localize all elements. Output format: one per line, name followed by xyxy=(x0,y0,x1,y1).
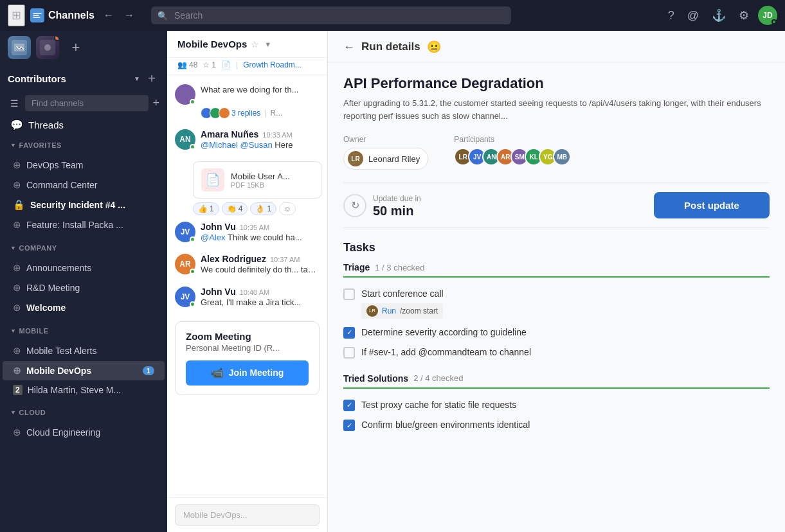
back-button[interactable]: ← xyxy=(343,40,355,54)
message-time: 10:37 AM xyxy=(270,256,300,263)
topbar: ⊞ Channels ← → 🔍 ? @ ⚓ ⚙ JD xyxy=(0,0,785,31)
message-time: 10:40 AM xyxy=(240,288,269,296)
reaction-count: 1 xyxy=(267,204,271,213)
growth-link[interactable]: Growth Roadm... xyxy=(243,60,302,69)
task-checkbox-checked[interactable]: ✓ xyxy=(343,420,355,431)
participant-avatar: MB xyxy=(553,148,571,166)
add-channel-button[interactable]: + xyxy=(144,71,159,86)
file-name: Mobile User A... xyxy=(231,172,313,181)
topbar-actions: ? @ ⚓ ⚙ JD xyxy=(664,6,777,25)
favorites-chevron-icon: ▼ xyxy=(10,142,16,148)
stars-number: 1 xyxy=(212,60,216,69)
grid-icon[interactable]: ⊞ xyxy=(8,4,25,26)
channel-star-icon[interactable]: ☆ xyxy=(251,39,259,49)
globe-icon: ⊕ xyxy=(13,159,21,171)
favorites-section-header[interactable]: ▼ FAVORITES xyxy=(0,136,167,151)
sidebar-item-cloud-engineering[interactable]: ⊕ Cloud Engineering xyxy=(3,423,165,442)
message-row: JV John Vu 10:40 AM Great, I'll make a J… xyxy=(175,287,320,308)
file-icon: 📄 xyxy=(201,168,224,191)
globe-icon: ⊕ xyxy=(13,282,21,294)
task-checkbox-checked[interactable]: ✓ xyxy=(343,327,355,339)
sidebar-item-mobile-test-alerts[interactable]: ⊕ Mobile Test Alerts xyxy=(3,341,165,360)
back-nav-button[interactable]: ← xyxy=(100,7,118,24)
reaction-count: 4 xyxy=(239,204,243,213)
help-icon[interactable]: ? xyxy=(664,6,678,25)
avatar[interactable]: JD xyxy=(758,6,777,25)
message-group: AR Alex Rodriguez 10:37 AM We could defi… xyxy=(167,250,327,282)
find-channels-input[interactable] xyxy=(25,95,149,111)
bookmark-icon[interactable]: ⚓ xyxy=(708,6,730,25)
owner-chip: LR Leonard Riley xyxy=(343,148,428,170)
threads-item[interactable]: 💬 Threads xyxy=(0,114,167,136)
search-input[interactable] xyxy=(151,6,511,24)
mobile-section-header[interactable]: ▼ MOBILE xyxy=(0,322,167,337)
task-checkbox-checked[interactable]: ✓ xyxy=(343,400,355,411)
forward-nav-button[interactable]: → xyxy=(120,7,138,24)
members-count: 👥 48 xyxy=(177,60,197,69)
sidebar-item-welcome[interactable]: ⊕ Welcome xyxy=(3,298,165,317)
main-layout: + Contributors ▼ + ☰ + 💬 Threads ▼ FAVOR… xyxy=(0,31,785,532)
cloud-label: CLOUD xyxy=(19,409,46,416)
add-channel-small-button[interactable]: + xyxy=(152,96,159,110)
replies-link[interactable]: 3 replies xyxy=(231,109,260,118)
sidebar: + Contributors ▼ + ☰ + 💬 Threads ▼ FAVOR… xyxy=(0,31,167,532)
reaction-ok[interactable]: 👌 1 xyxy=(250,202,276,215)
task-checkbox[interactable] xyxy=(343,347,355,359)
workspace-icon-2[interactable] xyxy=(36,36,59,59)
channel-meta: 👥 48 ☆ 1 📄 | Growth Roadm... xyxy=(167,58,327,75)
sidebar-item-command-center[interactable]: ⊕ Command Center xyxy=(3,175,165,195)
message-text: What are we doing for th... xyxy=(201,84,320,96)
search-bar: 🔍 xyxy=(151,6,511,24)
favorites-section: ⊕ DevOps Team ⊕ Command Center 🔒 Securit… xyxy=(0,151,167,239)
post-update-button[interactable]: Post update xyxy=(654,192,770,218)
search-icon: 🔍 xyxy=(158,11,168,21)
sidebar-item-feature-install[interactable]: ⊕ Feature: Install Packa ... xyxy=(3,215,165,235)
sidebar-item-devops-team[interactable]: ⊕ DevOps Team xyxy=(3,155,165,175)
reaction-clap[interactable]: 👏 4 xyxy=(222,202,248,215)
settings-icon[interactable]: ⚙ xyxy=(735,6,753,25)
sidebar-item-rd-meeting[interactable]: ⊕ R&D Meeting xyxy=(3,278,165,297)
channel-panel: Mobile DevOps ☆ ▼ 👥 48 ☆ 1 📄 | Growth Ro… xyxy=(167,31,328,532)
company-section-header[interactable]: ▼ COMPANY xyxy=(0,239,167,254)
sidebar-item-mobile-devops[interactable]: ⊕ Mobile DevOps 1 xyxy=(3,361,165,380)
message-row: AN Amara Nuñes 10:33 AM @Michael @Susan … xyxy=(175,129,320,151)
sidebar-item-label: Announcements xyxy=(26,263,91,273)
tried-solutions-group-header: Tried Solutions 2 / 4 checked xyxy=(343,373,770,389)
task-checkbox[interactable] xyxy=(343,288,355,300)
tried-solutions-count: 2 / 4 checked xyxy=(413,373,463,383)
task-label: Start conference call xyxy=(361,288,444,301)
run-chip[interactable]: LR Run /zoom start xyxy=(361,303,443,319)
filter-icon[interactable]: ☰ xyxy=(8,96,21,111)
file-card[interactable]: 📄 Mobile User A... PDF 15KB xyxy=(193,161,321,199)
sidebar-item-hilda-martin[interactable]: 2 Hilda Martin, Steve M... xyxy=(3,381,165,399)
mention-icon[interactable]: @ xyxy=(683,6,703,25)
sidebar-item-security-incident[interactable]: 🔒 Security Incident #4 ... xyxy=(3,195,165,215)
triage-count: 1 / 3 checked xyxy=(375,263,424,272)
timer-icon: ↻ xyxy=(343,194,366,217)
message-content: Alex Rodriguez 10:37 AM We could definit… xyxy=(201,254,320,276)
join-meeting-button[interactable]: 📹 Join Meeting xyxy=(186,360,309,386)
message-input[interactable] xyxy=(175,504,320,526)
channel-dropdown-icon[interactable]: ▼ xyxy=(264,40,271,48)
task-item: If #sev-1, add @commandteam to channel xyxy=(343,342,770,363)
update-timer: ↻ Update due in 50 min xyxy=(343,192,421,218)
reactions-row: 👍 1 👏 4 👌 1 ☺ xyxy=(193,202,327,215)
app-name: Channels xyxy=(48,10,95,21)
update-row: ↻ Update due in 50 min Post update xyxy=(343,182,770,228)
sidebar-toolbar: ☰ + xyxy=(0,93,167,114)
channels-icon xyxy=(30,8,44,22)
message-time: 10:33 AM xyxy=(262,131,292,139)
cloud-section-header[interactable]: ▼ CLOUD xyxy=(0,403,167,418)
add-reaction-button[interactable]: ☺ xyxy=(279,202,296,215)
task-item: Start conference call LR Run /zoom start xyxy=(343,284,770,323)
mention: @Alex xyxy=(201,233,226,242)
add-workspace-button[interactable]: + xyxy=(64,36,87,59)
workspace-icon-1[interactable] xyxy=(8,36,31,59)
globe-icon: ⊕ xyxy=(13,427,21,438)
message-header: Alex Rodriguez 10:37 AM xyxy=(201,254,320,264)
avatar: AN xyxy=(175,129,195,150)
sidebar-item-announcements[interactable]: ⊕ Announcements xyxy=(3,258,165,278)
ws-icon-image-1 xyxy=(12,40,27,55)
reaction-thumbsup[interactable]: 👍 1 xyxy=(193,202,219,215)
ws-icon-image-2 xyxy=(40,40,55,55)
